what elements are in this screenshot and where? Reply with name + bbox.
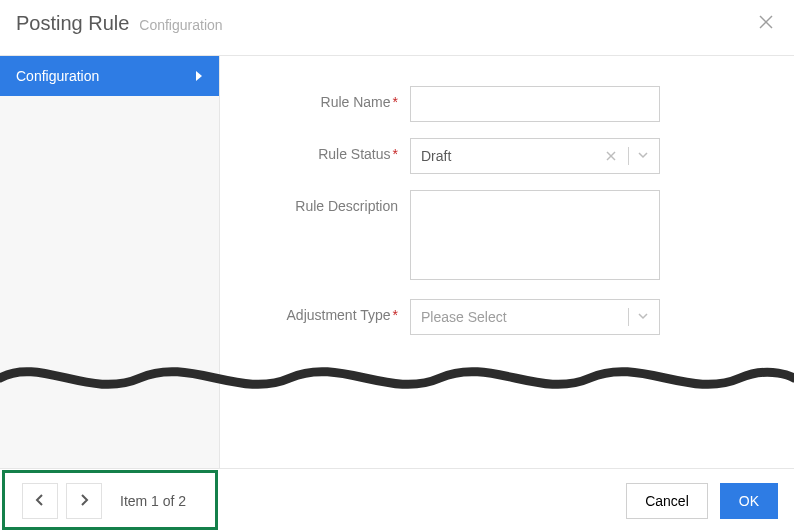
- required-icon: *: [393, 94, 398, 110]
- field-rule-description: [410, 190, 660, 283]
- required-icon: *: [393, 146, 398, 162]
- chevron-right-icon: [195, 68, 203, 84]
- chevron-down-icon[interactable]: [635, 148, 651, 164]
- row-rule-description: Rule Description: [250, 190, 764, 283]
- chevron-down-icon[interactable]: [635, 309, 651, 325]
- clear-icon[interactable]: [600, 148, 622, 164]
- field-rule-name: [410, 86, 660, 122]
- next-button[interactable]: [66, 483, 102, 519]
- separator: [628, 308, 629, 326]
- row-rule-status: Rule Status* Draft: [250, 138, 764, 174]
- adjustment-type-select[interactable]: Please Select: [410, 299, 660, 335]
- dialog-header: Posting Rule Configuration: [0, 0, 794, 55]
- rule-description-input[interactable]: [410, 190, 660, 280]
- label-rule-name: Rule Name*: [250, 86, 410, 110]
- row-rule-name: Rule Name*: [250, 86, 764, 122]
- pager-buttons: [22, 483, 102, 519]
- prev-button[interactable]: [22, 483, 58, 519]
- dialog-title-group: Posting Rule Configuration: [16, 12, 223, 35]
- chevron-right-icon: [79, 493, 89, 509]
- pager: Item 1 of 2: [22, 483, 186, 519]
- dialog-body: Configuration Rule Name* Rule Status*: [0, 55, 794, 515]
- svg-marker-2: [196, 71, 202, 81]
- ok-button[interactable]: OK: [720, 483, 778, 519]
- footer-actions: Cancel OK: [626, 483, 778, 519]
- sidebar-item-configuration[interactable]: Configuration: [0, 56, 219, 96]
- rule-status-select[interactable]: Draft: [410, 138, 660, 174]
- chevron-left-icon: [35, 493, 45, 509]
- separator: [628, 147, 629, 165]
- sidebar: Configuration: [0, 56, 220, 515]
- cancel-button[interactable]: Cancel: [626, 483, 708, 519]
- close-icon: [758, 17, 774, 33]
- required-icon: *: [393, 307, 398, 323]
- adjustment-type-value: Please Select: [421, 309, 622, 325]
- close-button[interactable]: [754, 10, 778, 37]
- dialog-footer: Item 1 of 2 Cancel OK: [0, 468, 794, 532]
- field-rule-status: Draft: [410, 138, 660, 174]
- dialog-subtitle: Configuration: [139, 17, 222, 33]
- label-rule-description: Rule Description: [250, 190, 410, 214]
- posting-rule-dialog: Posting Rule Configuration Configuration…: [0, 0, 794, 532]
- form-panel: Rule Name* Rule Status* Draft: [220, 56, 794, 515]
- label-adjustment-type: Adjustment Type*: [250, 299, 410, 323]
- row-adjustment-type: Adjustment Type* Please Select: [250, 299, 764, 335]
- rule-name-input[interactable]: [410, 86, 660, 122]
- rule-status-value: Draft: [421, 148, 600, 164]
- sidebar-item-label: Configuration: [16, 68, 99, 84]
- label-rule-status: Rule Status*: [250, 138, 410, 162]
- pager-label: Item 1 of 2: [120, 493, 186, 509]
- field-adjustment-type: Please Select: [410, 299, 660, 335]
- dialog-title: Posting Rule: [16, 12, 129, 34]
